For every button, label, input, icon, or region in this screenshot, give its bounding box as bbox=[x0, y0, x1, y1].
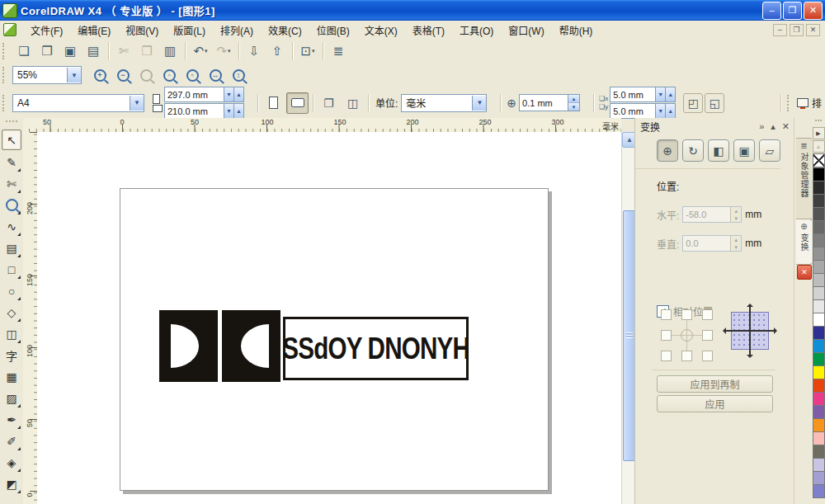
paper-type-combo[interactable]: A4 ▼ bbox=[12, 94, 144, 112]
undo-button[interactable]: ↶▾ bbox=[190, 40, 211, 61]
color-swatch[interactable] bbox=[813, 419, 825, 432]
restore-button[interactable]: ❐ bbox=[783, 2, 802, 20]
menu-item-10[interactable]: 窗口(W) bbox=[501, 21, 551, 40]
chevron-up-icon[interactable]: ▲ bbox=[568, 95, 579, 103]
tab-transform[interactable]: ⊕ 变换 bbox=[796, 219, 813, 265]
menu-item-11[interactable]: 帮助(H) bbox=[552, 21, 601, 40]
outline-tool[interactable]: ✐ bbox=[2, 431, 21, 450]
chevron-down-icon[interactable]: ▾ bbox=[312, 48, 315, 54]
treat-as-filled-button[interactable]: ◰ bbox=[683, 93, 703, 113]
transform-position-button[interactable]: ⊕ bbox=[657, 139, 678, 162]
transform-skew-button[interactable]: ▱ bbox=[759, 139, 780, 162]
chevron-down-icon[interactable]: ▾ bbox=[205, 48, 208, 54]
basic-shapes-tool[interactable]: ◫ bbox=[2, 324, 21, 343]
color-swatch[interactable] bbox=[813, 208, 825, 221]
docker-close-icon[interactable]: ✕ bbox=[782, 121, 790, 132]
ellipse-tool[interactable]: ○ bbox=[2, 281, 21, 300]
tab-object-manager[interactable]: ≣ 对象管理器 bbox=[796, 138, 813, 220]
color-swatch[interactable] bbox=[813, 379, 825, 393]
color-swatch[interactable] bbox=[813, 261, 825, 274]
chevron-down-icon[interactable]: ▼ bbox=[67, 68, 81, 82]
chevron-down-icon[interactable]: ▼ bbox=[568, 103, 579, 111]
menu-item-0[interactable]: 文件(F) bbox=[23, 21, 70, 40]
zoom-tool[interactable] bbox=[2, 195, 21, 214]
color-swatch[interactable] bbox=[813, 366, 825, 379]
pick-tool[interactable]: ↖ bbox=[2, 130, 21, 150]
anchor-checkbox-1[interactable] bbox=[681, 309, 692, 320]
save-button[interactable]: ▣ bbox=[59, 40, 81, 61]
zoom-level-combo[interactable]: 55% ▼ bbox=[12, 66, 82, 84]
color-swatch[interactable] bbox=[813, 340, 825, 353]
color-swatch[interactable] bbox=[813, 287, 825, 300]
color-swatch[interactable] bbox=[813, 445, 825, 459]
horizontal-field[interactable]: -58.0 ▲▼ bbox=[682, 206, 742, 223]
color-swatch-none[interactable] bbox=[813, 153, 825, 167]
menu-item-2[interactable]: 视图(V) bbox=[118, 21, 166, 40]
doc-minimize-button[interactable]: – bbox=[773, 24, 787, 36]
logo-square-right[interactable] bbox=[222, 310, 280, 382]
color-swatch[interactable] bbox=[813, 406, 825, 419]
vertical-ruler[interactable]: 200150100500 bbox=[23, 132, 38, 504]
chevron-down-icon[interactable]: ▼ bbox=[224, 87, 233, 101]
color-swatch[interactable] bbox=[813, 353, 825, 366]
table-tool[interactable]: ▦ bbox=[2, 367, 21, 386]
menu-item-8[interactable]: 表格(T) bbox=[405, 21, 452, 40]
zoom-to-page-width-button[interactable]: ↔ bbox=[205, 65, 226, 86]
doc-close-button[interactable]: ✕ bbox=[806, 24, 820, 36]
units-combo[interactable]: 毫米 ▼ bbox=[401, 94, 487, 112]
chevron-down-icon[interactable]: ▼ bbox=[472, 96, 486, 111]
color-swatch[interactable] bbox=[813, 485, 825, 498]
vertical-scrollbar[interactable]: ▲ bbox=[621, 132, 635, 504]
anchor-checkbox-5[interactable] bbox=[661, 351, 672, 361]
open-button[interactable]: ❐ bbox=[36, 40, 58, 61]
minimize-button[interactable]: – bbox=[762, 2, 781, 20]
portrait-orientation-button[interactable] bbox=[262, 92, 285, 114]
docker-collapse-icon[interactable]: » bbox=[759, 121, 764, 132]
color-swatch[interactable] bbox=[813, 300, 825, 313]
chevron-down-icon[interactable]: ▼ bbox=[730, 214, 741, 222]
palette-scroll-up-icon[interactable]: ▲ bbox=[813, 140, 825, 153]
vertical-field[interactable]: 0.0 ▲▼ bbox=[682, 235, 742, 252]
docked-toolbar-icon[interactable] bbox=[797, 98, 808, 107]
anchor-checkbox-7[interactable] bbox=[702, 351, 713, 361]
eyedropper-tool[interactable]: ✒ bbox=[2, 410, 21, 429]
logo-square-left[interactable] bbox=[159, 310, 218, 382]
scale-with-object-button[interactable]: ◱ bbox=[705, 93, 724, 113]
menu-item-9[interactable]: 工具(O) bbox=[452, 21, 501, 40]
menu-item-4[interactable]: 排列(A) bbox=[213, 21, 261, 40]
apply-to-duplicate-button[interactable]: 应用到再制 bbox=[657, 375, 773, 393]
close-button[interactable]: ✕ bbox=[804, 2, 823, 20]
paste-button[interactable]: ▥ bbox=[159, 40, 181, 61]
palette-flyout-icon[interactable]: ▶ bbox=[813, 127, 825, 139]
doc-restore-button[interactable]: ❐ bbox=[790, 24, 804, 36]
menu-item-7[interactable]: 文本(X) bbox=[357, 21, 405, 40]
toolbar-grip[interactable] bbox=[2, 43, 9, 59]
paper-width-field[interactable]: 297.0 mm ▼▲ bbox=[164, 87, 244, 102]
page[interactable]: SSdOY DNONYH bbox=[120, 188, 549, 491]
import-button[interactable]: ⇩ bbox=[243, 40, 265, 61]
color-swatch[interactable] bbox=[813, 432, 825, 445]
freehand-tool[interactable]: ∿ bbox=[2, 217, 21, 236]
color-swatch[interactable] bbox=[813, 221, 825, 234]
chevron-down-icon[interactable]: ▼ bbox=[130, 96, 144, 111]
duplicate-y-field[interactable]: 5.0 mm ▼▲ bbox=[610, 103, 676, 119]
palette-grip[interactable] bbox=[815, 120, 822, 126]
chevron-up-icon[interactable]: ▲ bbox=[665, 87, 675, 101]
anchor-center-circle[interactable] bbox=[681, 329, 693, 341]
color-swatch[interactable] bbox=[813, 327, 825, 340]
zoom-to-page-height-button[interactable]: ↕ bbox=[228, 65, 249, 86]
chevron-down-icon[interactable]: ▼ bbox=[224, 104, 233, 118]
text-tool[interactable]: 字 bbox=[2, 346, 21, 365]
print-button[interactable]: ▤ bbox=[82, 40, 104, 61]
docker-strip-close-button[interactable]: ✕ bbox=[797, 265, 812, 280]
smart-fill-tool[interactable]: ▤ bbox=[2, 238, 21, 257]
interactive-fill-tool[interactable]: ◩ bbox=[2, 474, 21, 493]
chevron-up-icon[interactable]: ▲ bbox=[665, 104, 675, 118]
chevron-up-icon[interactable]: ▲ bbox=[233, 87, 243, 101]
interactive-blend-tool[interactable]: ▨ bbox=[2, 389, 21, 407]
color-swatch[interactable] bbox=[813, 274, 825, 287]
menu-item-1[interactable]: 编辑(E) bbox=[70, 21, 118, 40]
toolbar-grip[interactable] bbox=[2, 95, 9, 111]
export-button[interactable]: ⇧ bbox=[266, 40, 288, 61]
apply-button[interactable]: 应用 bbox=[657, 395, 773, 412]
